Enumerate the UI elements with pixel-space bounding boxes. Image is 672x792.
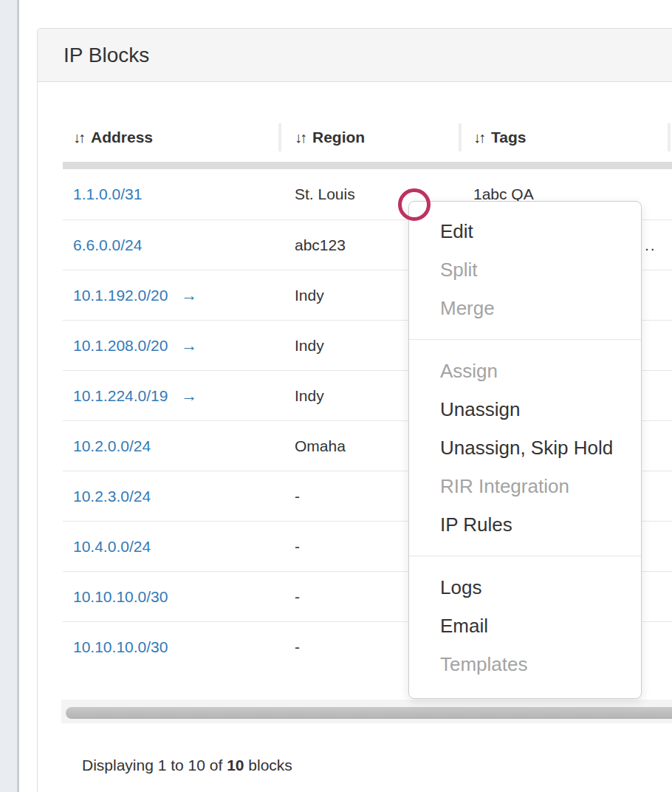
column-label-tags: Tags: [491, 129, 526, 146]
arrow-right-icon: →: [181, 336, 197, 355]
sort-icon: ↓↑: [295, 129, 305, 146]
column-header-address[interactable]: ↓↑ Address: [63, 123, 278, 152]
menu-item-unassign-skip-hold[interactable]: Unassign, Skip Hold: [409, 429, 641, 467]
menu-item-templates: Templates: [409, 645, 641, 683]
ip-block-link[interactable]: 10.1.192.0/20: [73, 287, 168, 304]
column-label-region: Region: [312, 129, 365, 146]
ip-block-link[interactable]: 1.1.0.0/31: [73, 185, 142, 202]
ip-block-link[interactable]: 10.1.224.0/19: [73, 387, 168, 404]
pagination-status: Displaying 1 to 10 of 10 blocks: [82, 757, 672, 774]
menu-divider: [409, 339, 641, 340]
menu-item-rir-integration: RIR Integration: [409, 467, 641, 505]
address-cell: 10.10.10.0/30: [63, 638, 278, 656]
menu-item-logs[interactable]: Logs: [409, 568, 641, 607]
ip-block-link[interactable]: 10.4.0.0/24: [73, 538, 151, 555]
menu-item-ip-rules[interactable]: IP Rules: [409, 505, 641, 544]
address-cell: 1.1.0.0/31: [63, 185, 278, 203]
pagination-suffix: blocks: [244, 757, 292, 774]
address-cell: 10.1.192.0/20 →: [63, 286, 278, 305]
menu-item-split: Split: [409, 250, 641, 289]
column-header-spacer: [668, 123, 672, 152]
address-cell: 10.2.0.0/24: [63, 437, 278, 455]
ip-block-link[interactable]: 10.10.10.0/30: [73, 638, 168, 655]
ip-block-link[interactable]: 10.10.10.0/30: [73, 588, 168, 605]
ip-block-link[interactable]: 6.6.0.0/24: [73, 236, 142, 253]
panel-header: IP Blocks: [38, 29, 672, 82]
ip-block-link[interactable]: 10.2.0.0/24: [73, 437, 151, 454]
horizontal-scrollbar-thumb[interactable]: [66, 707, 672, 719]
sort-icon: ↓↑: [473, 129, 484, 146]
horizontal-scrollbar-track: [61, 700, 672, 723]
address-cell: 10.1.208.0/20 →: [63, 336, 278, 355]
column-header-tags[interactable]: ↓↑ Tags: [459, 123, 668, 152]
column-header-region[interactable]: ↓↑ Region: [278, 123, 459, 152]
column-label-address: Address: [91, 129, 153, 146]
menu-item-edit[interactable]: Edit: [409, 212, 641, 250]
ip-block-link[interactable]: 10.1.208.0/20: [73, 337, 168, 354]
menu-item-email[interactable]: Email: [409, 607, 641, 645]
arrow-right-icon: →: [181, 386, 197, 405]
pagination-prefix: Displaying 1 to 10 of: [82, 757, 227, 774]
pagination-count: 10: [227, 757, 244, 774]
table-top-scrollbar[interactable]: [63, 162, 672, 169]
address-cell: 10.1.224.0/19 →: [63, 386, 278, 406]
address-cell: 10.4.0.0/24: [63, 538, 278, 556]
ip-block-link[interactable]: 10.2.3.0/24: [73, 488, 151, 505]
menu-item-merge: Merge: [409, 289, 641, 327]
panel-title: IP Blocks: [64, 44, 149, 67]
address-cell: 6.6.0.0/24: [63, 236, 278, 254]
sort-icon: ↓↑: [73, 129, 83, 146]
context-menu: EditSplitMergeAssignUnassignUnassign, Sk…: [408, 201, 642, 699]
left-gutter: [0, 0, 19, 792]
address-cell: 10.10.10.0/30: [63, 588, 278, 606]
menu-item-assign: Assign: [409, 352, 641, 390]
arrow-right-icon: →: [181, 286, 197, 304]
address-cell: 10.2.3.0/24: [63, 488, 278, 505]
menu-item-unassign[interactable]: Unassign: [409, 390, 641, 429]
menu-divider: [409, 556, 641, 556]
table-header-row: ↓↑ Address ↓↑ Region ↓↑ Tags: [63, 123, 672, 152]
